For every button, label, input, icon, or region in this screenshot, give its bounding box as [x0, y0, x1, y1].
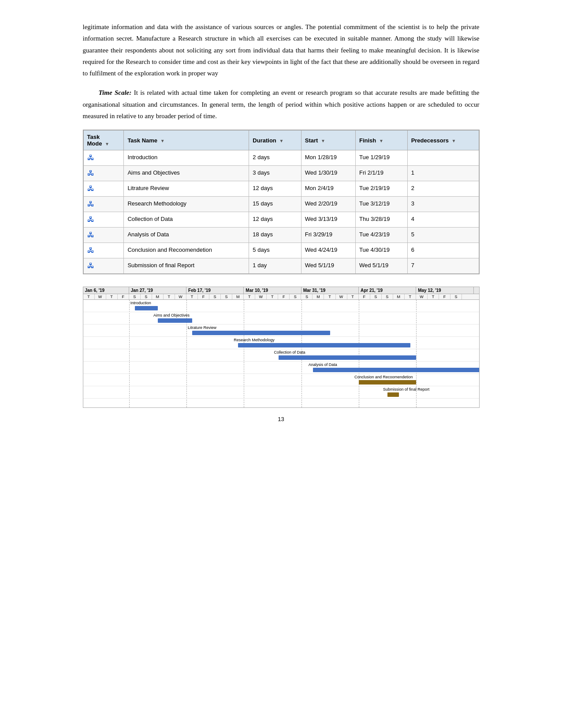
task-start-cell: Mon 1/28/19 [301, 150, 355, 166]
task-mode-icon: 🖧 [87, 246, 94, 254]
gantt-task-row: Conclusion and Recoomendetion [83, 374, 479, 386]
task-mode-cell: 🖧 [83, 258, 124, 274]
table-row: 🖧 Analysis of Data 18 days Fri 3/29/19 T… [83, 228, 479, 243]
gantt-day-cell: S [370, 294, 382, 299]
page-number: 13 [83, 416, 480, 422]
gantt-day-cell: W [416, 294, 428, 299]
gantt-day-cell: M [152, 294, 164, 299]
task-mode-icon: 🖧 [87, 216, 94, 224]
gantt-day-cell: T [267, 294, 278, 299]
gantt-day-cell: S [290, 294, 301, 299]
task-start-cell: Wed 3/13/19 [301, 212, 355, 228]
task-start-cell: Wed 2/20/19 [301, 197, 355, 212]
task-mode-cell: 🖧 [83, 212, 124, 228]
gantt-day-cell: F [278, 294, 290, 299]
gantt-month-cell: Feb 17, '19 [186, 287, 244, 294]
gantt-day-cell: F [439, 294, 450, 299]
gantt-day-cell: S [450, 294, 462, 299]
col-header-finish[interactable]: Finish ▼ [356, 131, 408, 150]
gantt-day-cell: W [255, 294, 267, 299]
gantt-task-label: Submission of final Report [383, 387, 429, 392]
gantt-day-cell: W [175, 294, 186, 299]
task-pred-cell: 7 [407, 258, 479, 274]
task-mode-icon: 🖧 [87, 185, 94, 193]
gantt-day-cell: S [301, 294, 313, 299]
table-row: 🖧 Introduction 2 days Mon 1/28/19 Tue 1/… [83, 150, 479, 166]
task-mode-icon: 🖧 [87, 262, 94, 270]
task-mode-icon: 🖧 [87, 200, 94, 208]
task-table: TaskMode ▼ Task Name ▼ Duration ▼ Start … [83, 130, 479, 274]
body-paragraph-2-rest: It is related with actual time taken for… [83, 89, 480, 119]
gantt-day-cell: W [95, 294, 106, 299]
task-start-cell: Wed 1/30/19 [301, 166, 355, 181]
task-mode-cell: 🖧 [83, 150, 124, 166]
task-name-cell: Litrature Review [124, 181, 249, 197]
gantt-task-label: Research Methodology [234, 338, 275, 342]
task-finish-cell: Tue 1/29/19 [356, 150, 408, 166]
gantt-day-cell: S [141, 294, 152, 299]
gantt-day-cell: T [347, 294, 359, 299]
task-mode-cell: 🖧 [83, 166, 124, 181]
task-name-cell: Research Methodology [124, 197, 249, 212]
col-header-start[interactable]: Start ▼ [301, 131, 355, 150]
gantt-task-label: Analysis of Data [309, 362, 337, 367]
gantt-task-label: Conclusion and Recoomendetion [354, 375, 413, 379]
task-finish-cell: Tue 4/23/19 [356, 228, 408, 243]
col-header-predecessors[interactable]: Predecessors ▼ [407, 131, 479, 150]
gantt-task-row: Litrature Review [83, 325, 479, 337]
gantt-bar [238, 343, 410, 347]
gantt-day-cell: S [209, 294, 221, 299]
gantt-day-cell: M [232, 294, 244, 299]
gantt-day-cell: F [359, 294, 370, 299]
task-duration-cell: 15 days [249, 197, 301, 212]
table-row: 🖧 Conclusion and Recoomendetion 5 days W… [83, 243, 479, 258]
gantt-day-cell: M [313, 294, 324, 299]
task-pred-cell: 4 [407, 212, 479, 228]
gantt-day-cell: T [106, 294, 118, 299]
col-header-task-name[interactable]: Task Name ▼ [124, 131, 249, 150]
gantt-task-label: Aims and Objectives [153, 313, 190, 317]
gantt-task-label: Introduction [130, 301, 151, 305]
task-name-cell: Submission of final Report [124, 258, 249, 274]
task-mode-cell: 🖧 [83, 243, 124, 258]
task-name-cell: Introduction [124, 150, 249, 166]
task-start-cell: Wed 4/24/19 [301, 243, 355, 258]
task-name-cell: Collection of Data [124, 212, 249, 228]
task-pred-cell: 5 [407, 228, 479, 243]
gantt-day-cell: S [129, 294, 141, 299]
gantt-month-cell: Jan 27, '19 [129, 287, 186, 294]
gantt-bar [279, 355, 417, 360]
gantt-body: IntroductionAims and ObjectivesLitrature… [83, 300, 479, 407]
gantt-month-cell: May 12, '19 [416, 287, 473, 294]
gantt-task-label: Litrature Review [188, 325, 216, 330]
task-duration-cell: 12 days [249, 181, 301, 197]
col-header-duration[interactable]: Duration ▼ [249, 131, 301, 150]
gantt-day-cell: T [244, 294, 255, 299]
gantt-month-cell: Apr 21, '19 [359, 287, 416, 294]
task-pred-cell: 2 [407, 181, 479, 197]
task-pred-cell: 1 [407, 166, 479, 181]
gantt-bar [359, 380, 416, 385]
task-mode-cell: 🖧 [83, 181, 124, 197]
task-table-wrapper: TaskMode ▼ Task Name ▼ Duration ▼ Start … [83, 130, 480, 274]
task-duration-cell: 2 days [249, 150, 301, 166]
col-header-task-mode[interactable]: TaskMode ▼ [83, 131, 124, 150]
task-finish-cell: Tue 4/30/19 [356, 243, 408, 258]
gantt-month-headers: Jan 6, '19Jan 27, '19Feb 17, '19Mar 10, … [83, 287, 479, 294]
task-duration-cell: 3 days [249, 166, 301, 181]
gantt-day-cell: S [382, 294, 393, 299]
task-duration-cell: 5 days [249, 243, 301, 258]
gantt-day-cell: M [393, 294, 405, 299]
task-mode-cell: 🖧 [83, 197, 124, 212]
gantt-task-row: Aims and Objectives [83, 312, 479, 325]
gantt-month-cell: Jan 6, '19 [83, 287, 129, 294]
body-paragraph-1: legitimate information and data with the… [83, 21, 480, 79]
gantt-month-cell: Mar 10, '19 [244, 287, 301, 294]
gantt-day-headers: TWTFSSMTWTFSSMTWTFSSMTWTFSSMTWTFS [83, 294, 479, 300]
table-row: 🖧 Aims and Objectives 3 days Wed 1/30/19… [83, 166, 479, 181]
task-finish-cell: Fri 2/1/19 [356, 166, 408, 181]
task-duration-cell: 12 days [249, 212, 301, 228]
body-paragraph-2: Time Scale: It is related with actual ti… [83, 87, 480, 122]
task-finish-cell: Tue 2/19/19 [356, 181, 408, 197]
table-header-row: TaskMode ▼ Task Name ▼ Duration ▼ Start … [83, 131, 479, 150]
